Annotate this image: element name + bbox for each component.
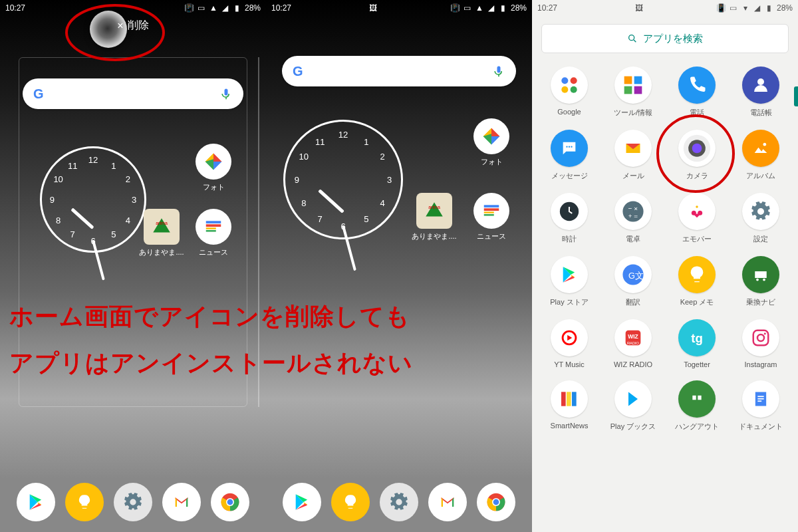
screenshot-panel-3: 10:27 🖼 📳 ▭ ▾ ◢ ▮ 28% アプリを検索 Googleツール/情… [532,0,798,532]
drawer-app-smartnews[interactable]: SmartNews [539,376,600,436]
signal-icon: ◢ [487,3,496,13]
drawer-app-mail[interactable]: メール [602,126,664,185]
vibrate-icon: 📳 [185,3,194,13]
playstore-label: Play ストア [550,297,588,307]
svg-rect-45 [755,271,767,278]
drawer-app-ytmusic[interactable]: YT Music [539,315,600,372]
settings-label: 設定 [753,234,768,244]
drawer-app-hangouts[interactable]: ハングアウト [666,376,728,436]
hangouts-icon [678,380,716,418]
vr-icon: ▭ [197,3,206,13]
dock-play-store-icon[interactable] [17,483,55,521]
dock-keep-icon[interactable] [331,483,370,521]
screenshot-icon: 🖼 [635,3,643,13]
drawer-app-keep[interactable]: Keep メモ [666,252,728,311]
status-time: 10:27 [5,3,25,13]
phone-icon [678,66,716,104]
album-icon [742,130,779,167]
app-drawer-grid: Googleツール/情報電話電話帳メッセージメールカメラアルバム時計− ×+ =… [532,63,798,436]
drawer-app-google[interactable]: Google [539,63,600,122]
app-photos[interactable]: フォト [468,118,515,167]
dock-settings-icon[interactable] [380,483,418,521]
dock-keep-icon[interactable] [65,483,104,521]
svg-point-21 [571,86,577,93]
dock-chrome-icon[interactable] [211,483,249,521]
drawer-app-translate[interactable]: G文翻訳 [602,252,664,311]
drawer-app-emopar[interactable]: エモパー [666,189,728,248]
mail-icon [614,130,652,167]
svg-rect-25 [634,86,642,94]
dock-settings-icon[interactable] [114,483,152,521]
svg-point-47 [763,279,765,281]
svg-text:arima: arima [428,205,440,210]
emopar-label: エモパー [682,234,712,244]
svg-rect-59 [572,392,577,406]
app-arima[interactable]: arima ありまやま.... [411,193,458,241]
status-bar: 10:27 🖼 📳 ▭ ▲ ◢ ▮ 28% [266,0,532,16]
signal-icon: ◢ [753,3,762,13]
drawer-app-transit[interactable]: 乗換ナビ [730,252,791,311]
analog-clock-widget[interactable]: 12 3 6 9 1 2 4 5 7 8 10 11 [40,146,146,253]
signal-icon: ◢ [221,3,230,13]
wizradio-icon: WIZRADIO [614,319,652,356]
app-arima[interactable]: arima ありまやま.... [138,209,185,257]
dock-chrome-icon[interactable] [477,483,515,521]
drawer-app-togetter[interactable]: tgTogetter [666,315,728,372]
svg-rect-10 [484,208,499,211]
drawer-app-clock[interactable]: 時計 [539,189,600,248]
vibrate-icon: 📳 [717,3,726,13]
svg-point-34 [763,143,767,146]
transit-label: 乗換ナビ [746,297,775,307]
playstore-icon [551,256,588,293]
smartnews-label: SmartNews [551,422,589,430]
google-icon [551,66,588,104]
arima-label: ありまやま.... [139,247,184,257]
annotation-circle-camera [656,114,735,193]
drawer-app-settings[interactable]: 設定 [730,189,791,248]
screenshot-panel-1: 10:27 📳 ▭ ▲ ◢ ▮ 28% × 削除 G 12 3 6 9 1 2 … [0,0,266,532]
svg-rect-24 [624,86,632,94]
dock-play-store-icon[interactable] [283,483,321,521]
dock-gmail-icon[interactable] [428,483,467,521]
svg-rect-61 [757,396,763,397]
drawer-app-docs[interactable]: ドキュメント [730,376,791,436]
drawer-app-calculator[interactable]: − ×+ =電卓 [602,189,664,248]
battery-icon: ▮ [765,3,774,13]
drawer-app-tools[interactable]: ツール/情報 [602,63,664,122]
contacts-label: 電話帳 [750,108,772,118]
scroll-indicator[interactable] [794,86,798,106]
svg-rect-22 [624,76,632,84]
photos-label: フォト [203,182,225,192]
app-news[interactable]: ニュース [468,193,515,241]
svg-text:G: G [628,271,635,281]
news-icon [473,193,509,229]
album-label: アルバム [746,171,775,181]
drawer-app-instagram[interactable]: Instagram [730,315,791,372]
home-dock [0,483,266,521]
battery-percent: 28% [245,3,261,13]
svg-point-16 [629,35,634,41]
svg-text:arima: arima [156,221,168,226]
app-photos[interactable]: フォト [190,144,237,192]
google-logo-icon: G [293,64,303,79]
google-search-bar[interactable]: G [282,56,516,86]
svg-rect-23 [634,76,642,84]
drawer-app-messages[interactable]: メッセージ [539,126,600,185]
app-drawer-search[interactable]: アプリを検索 [541,24,789,53]
drawer-app-album[interactable]: アルバム [730,126,791,185]
arima-icon: arima [416,193,452,229]
vr-icon: ▭ [463,3,472,13]
svg-rect-58 [567,392,571,406]
drawer-app-wizradio[interactable]: WIZRADIOWIZ RADIO [602,315,664,372]
analog-clock-widget[interactable]: 12 3 6 9 1 2 4 5 7 8 10 11 [283,120,403,239]
drawer-app-playstore[interactable]: Play ストア [539,252,600,311]
svg-rect-63 [757,400,761,402]
app-news[interactable]: ニュース [190,209,237,257]
drawer-app-phone[interactable]: 電話 [666,63,728,122]
mic-icon[interactable] [492,65,505,78]
drawer-app-contacts[interactable]: 電話帳 [730,63,791,122]
drawer-app-playbooks[interactable]: Play ブックス [602,376,664,436]
photos-label: フォト [481,157,503,167]
svg-rect-54 [753,331,769,346]
dock-gmail-icon[interactable] [162,483,201,521]
